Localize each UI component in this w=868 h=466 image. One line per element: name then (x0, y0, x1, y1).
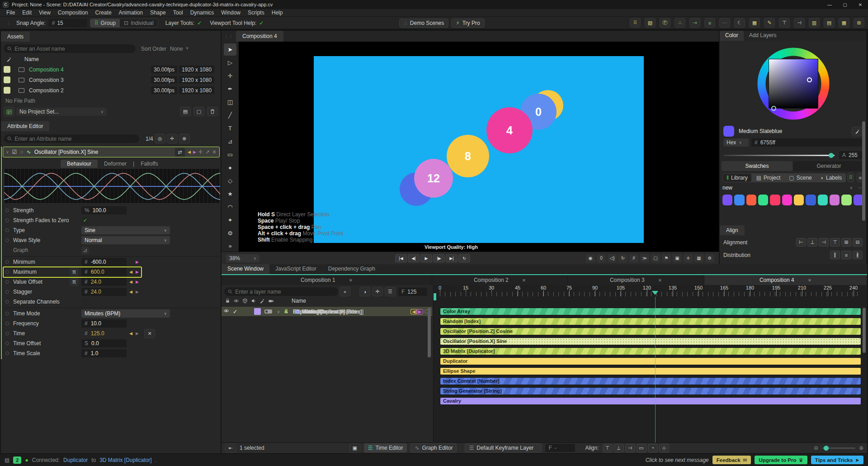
pi-expression-button[interactable]: π (70, 278, 79, 286)
timeline-scrollbar[interactable] (863, 308, 866, 353)
alignment-button[interactable]: ⊤ (830, 238, 840, 247)
keyframe-frame-input[interactable]: F- (545, 444, 575, 452)
rotate-align-button[interactable]: ◔ (648, 444, 658, 452)
layout-icon[interactable]: ⊞ (854, 18, 864, 28)
clear-connection-button[interactable]: ✕ (144, 329, 155, 338)
attribute-search[interactable] (4, 134, 139, 143)
motion-path-icon[interactable]: ⇢ (689, 18, 700, 28)
project-button[interactable]: ▤Project (753, 174, 784, 182)
trash-icon[interactable] (207, 107, 218, 116)
ellipse-tool[interactable]: ● (224, 162, 236, 174)
checker-icon[interactable]: ▦ (694, 254, 703, 262)
asset-row[interactable]: Composition 3 30.00fps 1920 x 1080 (1, 75, 221, 85)
add-layer-button[interactable]: + (340, 287, 350, 296)
asset-color-swatch[interactable] (4, 87, 10, 94)
swatch-group-select[interactable]: new (722, 185, 732, 191)
audio-icon[interactable]: ◁) (608, 254, 617, 262)
layer-row[interactable]: T Cavalry ◀ ▶ (222, 307, 432, 317)
timeline-layer-bar[interactable]: Ellipse Shape (440, 367, 861, 375)
tab-add-layers[interactable]: Add Layers (744, 31, 782, 41)
viewport-zoom-select[interactable]: 38%∨ (226, 254, 259, 262)
align-bottom-button[interactable]: ⊥ (614, 444, 624, 452)
tab-composition-1[interactable]: Composition 1✕ (222, 275, 432, 285)
labels-button[interactable]: ◗Labels (817, 174, 846, 182)
rectangle-tool[interactable]: ▭ (224, 148, 236, 161)
rows-icon[interactable]: ▤ (824, 18, 835, 28)
star-tool[interactable]: ★ (224, 188, 236, 200)
color-mode-select[interactable]: Hex∨ (723, 138, 749, 147)
mini-layout-icon[interactable]: ▣ (349, 443, 360, 453)
duplicated-circle[interactable]: 8 (447, 135, 489, 177)
message-count-badge[interactable]: 2 (13, 456, 21, 464)
connector-dot[interactable] (5, 312, 9, 315)
library-button[interactable]: ‖Library (723, 174, 751, 182)
color-swatch[interactable] (818, 195, 828, 205)
type-select[interactable]: Sine∨ (81, 226, 170, 234)
close-icon[interactable]: ✕ (522, 278, 526, 283)
tab-deformer[interactable]: Deformer (98, 160, 133, 168)
close-attribute-icon[interactable]: ✕ (212, 149, 217, 155)
chevron-down-icon[interactable]: ∨ (849, 185, 853, 190)
camera-visibility-toggle[interactable] (264, 309, 272, 314)
timeline-layer-bar[interactable]: Cavalry (440, 397, 861, 405)
prev-keyframe-icon[interactable]: ◀ (129, 280, 132, 284)
status-link-duplicator[interactable]: Duplicator (63, 457, 88, 463)
alignment-button[interactable]: ⊢ (796, 238, 806, 247)
menu-item[interactable]: Scripts (244, 10, 268, 16)
sv-picker-handle[interactable] (807, 77, 812, 82)
saturation-value-picker[interactable] (769, 59, 818, 109)
asset-search[interactable] (4, 44, 136, 53)
monitor-icon[interactable]: ▢ (193, 107, 204, 116)
tab-scene-window[interactable]: Scene Window (222, 264, 269, 274)
menu-item[interactable]: Tool (170, 10, 187, 16)
frame-icon[interactable]: Ⓕ (660, 18, 670, 28)
layer-search[interactable] (224, 287, 338, 296)
text-tool[interactable]: T (224, 122, 236, 134)
wave-style-select[interactable]: Normal∨ (81, 236, 170, 244)
layer-list-scrollbar[interactable] (428, 308, 431, 357)
loop-button[interactable]: ↻ (458, 254, 470, 262)
time-scale-input[interactable]: #1.0 (81, 349, 127, 357)
prev-keyframe-icon[interactable]: ◀ (129, 290, 132, 294)
distribution-button[interactable]: ∦ (853, 251, 863, 259)
tab-composition-2[interactable]: Composition 2✕ (432, 275, 568, 285)
close-icon[interactable]: ✕ (808, 278, 811, 283)
next-keyframe-icon[interactable]: ▶ (417, 309, 423, 314)
asset-row[interactable]: Composition 4 30.00fps 1920 x 1080 (1, 64, 221, 75)
tab-color[interactable]: Color (720, 31, 744, 41)
tab-javascript-editor[interactable]: JavaScript Editor (269, 264, 322, 274)
alignment-button[interactable]: ⊞ (841, 238, 851, 247)
eye-icon[interactable] (233, 298, 239, 304)
pen-tool[interactable]: ✒ (224, 83, 236, 95)
layer-tools-checkbox[interactable]: ✓ (197, 20, 202, 26)
timeline-layer-bar[interactable]: Random [Index] (440, 318, 861, 325)
connections-icon[interactable]: ⇄ (175, 147, 185, 157)
color-swatch[interactable] (806, 195, 816, 205)
tab-generator[interactable]: Generator (793, 161, 864, 171)
snap-angle-input[interactable]: # 15 (48, 19, 87, 27)
menu-item[interactable]: Animation (115, 10, 146, 16)
alignment-button[interactable]: ⊥ (807, 238, 817, 247)
transform-tool[interactable]: ⊿ (224, 135, 236, 147)
playhead-line[interactable] (655, 297, 656, 442)
add-filter-icon[interactable]: ✛ (372, 287, 383, 296)
connector-dot[interactable] (5, 322, 9, 325)
play-button[interactable]: ▶ (420, 254, 432, 262)
time-mode-select[interactable]: Minutes (BPM)∨ (81, 309, 170, 318)
next-keyframe-icon[interactable]: ▶ (136, 331, 139, 336)
duplicated-circle[interactable]: 12 (414, 159, 453, 198)
draw-icon[interactable]: ✎ (764, 18, 775, 28)
color-swatch[interactable] (841, 195, 851, 205)
table-icon[interactable]: ▦ (749, 18, 760, 28)
prev-keyframe-icon[interactable]: ◀ (129, 331, 132, 336)
color-swatch[interactable] (758, 195, 768, 205)
expand-tools-button[interactable]: » (224, 240, 236, 252)
next-keyframe-icon[interactable]: ▶ (136, 270, 139, 274)
separate-channels-checkbox[interactable] (81, 298, 89, 306)
arc-icon[interactable]: ☾ (734, 18, 745, 28)
screen-icon[interactable]: ▢ (651, 254, 660, 262)
tab-align[interactable]: Align (720, 225, 745, 235)
status-link-3d-matrix[interactable]: 3D Matrix [Duplicator] (99, 457, 151, 463)
menu-item[interactable]: Shape (146, 10, 170, 16)
camera-tool[interactable]: ◫ (224, 96, 236, 108)
